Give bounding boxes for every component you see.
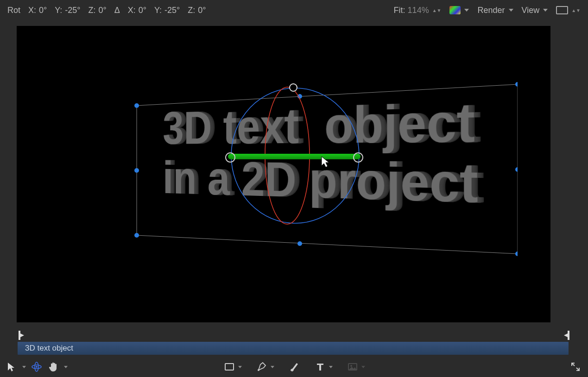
chevron-down-icon (464, 9, 469, 12)
zoom-stepper-icon[interactable]: ▲▼ (432, 9, 442, 12)
view-label: View (522, 6, 540, 15)
render-label: Render (477, 6, 505, 15)
dy-label: Y: (154, 6, 162, 15)
clip-name: 3D text object (25, 344, 73, 353)
svg-point-17 (350, 365, 352, 367)
select-tool[interactable] (6, 361, 18, 373)
mask-tool-menu[interactable] (238, 366, 242, 368)
delta-label: Δ (114, 6, 120, 15)
transform-status: Rot X: 0° Y: -25° Z: 0° Δ X: 0° Y: -25° … (7, 6, 206, 15)
fullscreen-toggle[interactable] (569, 361, 582, 373)
rot-label: Rot (7, 6, 20, 15)
dz-label: Z: (188, 6, 195, 15)
cursor-icon (321, 156, 331, 170)
dz-value: 0° (198, 6, 206, 15)
hand-tool[interactable] (47, 361, 59, 373)
y-label: Y: (55, 6, 62, 15)
timeline-in-marker[interactable] (18, 331, 25, 340)
fit-zoom-control[interactable]: Fit: 114% ▲▼ (394, 6, 442, 15)
viewer-toolbar: Rot X: 0° Y: -25° Z: 0° Δ X: 0° Y: -25° … (0, 0, 588, 20)
y-axis-rotation-handle[interactable] (228, 154, 360, 159)
viewer-controls: Fit: 114% ▲▼ Render View ▲▼ (394, 6, 581, 15)
text-tool-menu[interactable] (329, 366, 333, 368)
photo-tool-disabled (347, 361, 359, 373)
y-value: -25° (65, 6, 80, 15)
z-label: Z: (89, 6, 96, 15)
view-menu[interactable]: View (522, 6, 548, 15)
photo-tool-menu (361, 366, 365, 368)
z-value: 0° (99, 6, 107, 15)
chevron-down-icon (543, 9, 548, 12)
dx-label: X: (128, 6, 136, 15)
pen-tool-menu[interactable] (271, 366, 274, 368)
svg-point-13 (36, 366, 38, 368)
zoom-value: 114% (408, 6, 429, 15)
chevron-down-icon (509, 9, 513, 12)
brush-tool[interactable] (288, 361, 300, 373)
svg-point-15 (258, 369, 259, 371)
aspect-stepper-icon[interactable]: ▲▼ (571, 9, 581, 12)
text3d-object[interactable]: 3D text object in a 2D project (134, 100, 476, 207)
mini-timeline-clip[interactable]: 3D text object (18, 342, 569, 355)
bottom-toolbar (0, 357, 588, 377)
aspect-menu[interactable]: ▲▼ (556, 6, 581, 14)
color-channel-menu[interactable] (449, 6, 469, 14)
rotate-3d-tool[interactable] (31, 361, 43, 373)
render-menu[interactable]: Render (477, 6, 513, 15)
dx-value: 0° (139, 6, 146, 15)
fit-label: Fit: (394, 6, 405, 15)
hand-tool-menu[interactable] (64, 366, 68, 368)
aspect-icon (556, 6, 568, 14)
text-tool[interactable] (314, 361, 326, 373)
text3d-content: 3D text object in a 2D project (163, 93, 478, 213)
select-tool-menu[interactable] (22, 366, 26, 368)
svg-rect-14 (225, 364, 234, 370)
pen-tool[interactable] (256, 361, 268, 373)
color-well-icon (449, 6, 461, 14)
gizmo-top-handle[interactable] (289, 83, 297, 92)
x-value: 0° (39, 6, 47, 15)
dy-value: -25° (164, 6, 180, 15)
timeline-out-marker[interactable] (564, 331, 571, 340)
mask-tool[interactable] (223, 361, 235, 373)
x-label: X: (28, 6, 36, 15)
